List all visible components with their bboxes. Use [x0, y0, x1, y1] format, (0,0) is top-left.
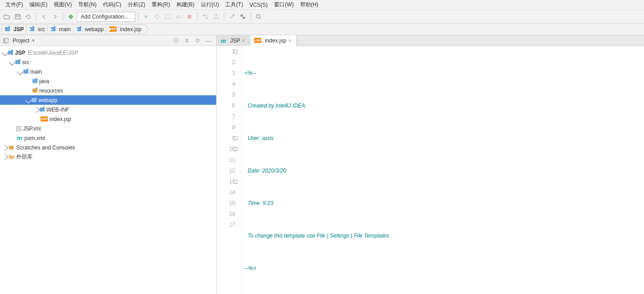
breadcrumb-index[interactable]: JSPindex.jsp: [106, 24, 146, 34]
menu-help[interactable]: 帮助(H): [297, 0, 321, 9]
menu-analyze[interactable]: 分析(Z): [125, 0, 148, 9]
gutter: 1 23456 7 8 9 10 1112 13 14151617: [217, 46, 242, 294]
editor-tabs: mJSP× JSPindex.jsp×: [217, 35, 644, 46]
structure-icon[interactable]: [200, 12, 210, 22]
collapse-icon[interactable]: [182, 36, 192, 46]
svg-rect-12: [4, 38, 5, 43]
code-body[interactable]: <%-- Created by IntelliJ IDEA. User: asu…: [242, 46, 644, 294]
run-icon[interactable]: [141, 12, 151, 22]
svg-point-7: [217, 17, 218, 19]
menu-window[interactable]: 窗口(W): [271, 0, 296, 9]
menu-navigate[interactable]: 导航(N): [75, 0, 99, 9]
breadcrumb-webapp[interactable]: webapp: [73, 24, 109, 34]
separator: [36, 13, 37, 21]
menu-tools[interactable]: 工具(T): [222, 0, 246, 9]
build-icon[interactable]: [66, 12, 76, 22]
gear-icon[interactable]: [193, 36, 203, 46]
forward-icon[interactable]: [50, 12, 60, 22]
fold-icon[interactable]: [234, 147, 237, 151]
fold-icon[interactable]: [234, 180, 237, 183]
run-config-label: Add Configuration...: [81, 14, 129, 20]
menu-build[interactable]: 构建(B): [174, 0, 197, 9]
fold-icon[interactable]: [234, 136, 237, 140]
menu-file[interactable]: 文件(F): [3, 0, 26, 9]
breadcrumb-jsp[interactable]: JSP: [2, 24, 29, 34]
editor-area: mJSP× JSPindex.jsp× 1 23456 7 8 9 10 111…: [217, 35, 644, 294]
tab-jsp-module[interactable]: mJSP×: [217, 35, 250, 46]
svg-rect-16: [9, 146, 14, 149]
tree-webinf[interactable]: WEB-INF: [0, 105, 216, 114]
folder-icon: [5, 27, 10, 31]
run-config-combo[interactable]: Add Configuration...: [77, 12, 135, 22]
breadcrumb-bar: JSP src main webapp JSPindex.jsp: [0, 23, 644, 35]
project-icon: [3, 37, 9, 44]
folder-icon: [15, 60, 20, 64]
tree-pomxml[interactable]: mpom.xml: [0, 133, 216, 143]
menu-view[interactable]: 视图(V): [51, 0, 74, 9]
separator: [63, 13, 63, 21]
close-icon[interactable]: ×: [288, 37, 292, 44]
tree-webapp[interactable]: webapp: [0, 95, 216, 105]
separator: [138, 13, 139, 21]
svg-point-10: [256, 14, 260, 18]
project-tree: JSP E:\code\JavaEE\JSP src main java res…: [0, 46, 216, 163]
library-icon: [8, 154, 14, 160]
debug-icon[interactable]: [152, 12, 162, 22]
tree-indexjsp[interactable]: JSPindex.jsp: [0, 114, 216, 124]
tab-index-jsp[interactable]: JSPindex.jsp×: [250, 35, 297, 46]
svg-point-6: [214, 17, 216, 19]
jsp-icon: JSP: [254, 38, 261, 43]
locate-icon[interactable]: [171, 36, 181, 46]
svg-rect-4: [206, 17, 208, 19]
tree-scratches[interactable]: Scratches and Consoles: [0, 143, 216, 152]
svg-rect-9: [243, 17, 245, 19]
tree-jspiml[interactable]: JSP.iml: [0, 124, 216, 133]
search-icon[interactable]: [254, 12, 264, 22]
menu-vcs[interactable]: VCS(S): [247, 1, 271, 9]
tree-src[interactable]: src: [0, 57, 216, 67]
maven-icon: m: [220, 37, 227, 44]
open-icon[interactable]: [2, 12, 12, 22]
folder-icon: [23, 70, 28, 74]
svg-rect-1: [166, 14, 170, 19]
menu-run[interactable]: 运行(U): [198, 0, 222, 9]
project-structure-icon[interactable]: [238, 12, 248, 22]
separator: [197, 13, 198, 21]
tree-resources[interactable]: resources: [0, 86, 216, 95]
tree-root[interactable]: JSP E:\code\JavaEE\JSP: [0, 48, 216, 57]
hide-icon[interactable]: —: [204, 36, 213, 46]
dropdown-icon: ▼: [31, 38, 35, 43]
refresh-icon[interactable]: [23, 12, 33, 22]
coverage-icon[interactable]: [163, 12, 173, 22]
svg-point-14: [176, 40, 177, 41]
tree-main[interactable]: main: [0, 67, 216, 76]
svg-rect-2: [188, 15, 191, 19]
svg-point-0: [155, 15, 159, 19]
menu-edit[interactable]: 编辑(E): [27, 0, 50, 9]
svg-rect-8: [241, 14, 243, 17]
folder-icon: [40, 107, 45, 112]
svg-point-5: [215, 14, 217, 16]
menu-code[interactable]: 代码(C): [100, 0, 124, 9]
menu-refactor[interactable]: 重构(R): [149, 0, 173, 9]
back-icon[interactable]: [39, 12, 49, 22]
scratches-icon: [8, 145, 14, 151]
file-icon: [16, 126, 21, 131]
tree-java[interactable]: java: [0, 76, 216, 86]
folder-icon: [32, 79, 37, 83]
menu-bar: 文件(F) 编辑(E) 视图(V) 导航(N) 代码(C) 分析(Z) 重构(R…: [0, 0, 644, 10]
hierarchy-icon[interactable]: [211, 12, 221, 22]
stop-icon[interactable]: [185, 12, 195, 22]
settings-icon[interactable]: [227, 12, 237, 22]
profile-icon[interactable]: [174, 12, 184, 22]
project-panel-title[interactable]: Project ▼: [3, 37, 171, 44]
code-editor[interactable]: 1 23456 7 8 9 10 1112 13 14151617 <%-- C…: [217, 46, 644, 294]
separator: [224, 13, 224, 21]
tree-external[interactable]: 外部库: [0, 152, 216, 162]
save-icon[interactable]: [13, 12, 23, 22]
close-icon[interactable]: ×: [242, 37, 246, 44]
fold-icon[interactable]: [234, 50, 237, 53]
web-folder-icon: [32, 98, 37, 102]
resources-icon: [32, 89, 37, 93]
svg-point-15: [196, 39, 199, 42]
